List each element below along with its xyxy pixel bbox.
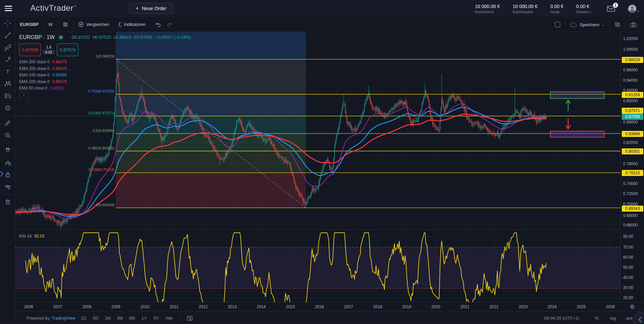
year-label: 2012 <box>199 302 208 312</box>
axis-settings[interactable]: ⚙ <box>620 302 644 311</box>
bottom-toolbar: Powered by TradingView 1D 5D 1M 3M 6M 1Y… <box>15 311 644 324</box>
range-alle[interactable]: Alle <box>163 315 175 322</box>
goto-date-button[interactable] <box>184 314 195 322</box>
range-1y[interactable]: 1Y <box>139 315 149 322</box>
price-tick: 0.66000 <box>623 223 638 227</box>
stat-gewinn[interactable]: 0.00 € Gewinn ▾ <box>576 4 591 14</box>
tradingview-link[interactable]: TradingView <box>52 316 76 321</box>
range-buttons: 1D 5D 1M 3M 6M 1Y 5Y Alle <box>78 312 195 324</box>
rsi-pane[interactable] <box>15 230 620 302</box>
year-label: 2008 <box>82 302 91 312</box>
stat-kontostand: 10 000.00 €Kontostand <box>475 4 500 14</box>
forecast-icon <box>4 93 11 99</box>
year-label: 2021 <box>461 302 470 312</box>
indicators-button[interactable]: fx Indikatoren <box>114 20 150 29</box>
year-label: 2009 <box>111 302 121 312</box>
ema-legend-row: EMA 100 close 00.86489 <box>19 73 191 77</box>
year-label: 2015 <box>286 302 295 312</box>
brush-tool[interactable] <box>0 53 15 66</box>
range-5d[interactable]: 5D <box>91 315 101 322</box>
calendar-arrow-icon <box>187 315 193 321</box>
smiley-icon <box>4 105 11 111</box>
redo-button[interactable] <box>166 20 177 29</box>
interval-button[interactable]: W <box>44 20 57 29</box>
svg-text:0.236(0.76113): 0.236(0.76113) <box>89 168 114 172</box>
camera-icon <box>630 22 637 28</box>
hide-all-tool[interactable] <box>0 181 15 193</box>
range-5y[interactable]: 5Y <box>151 315 161 322</box>
save-button[interactable]: Speichern ⌄ <box>565 20 609 29</box>
text-tool[interactable]: T <box>0 66 15 78</box>
percent-scale-button[interactable]: % <box>592 315 602 322</box>
level-price-label: 0.91259 <box>622 92 643 98</box>
year-label: 2011 <box>170 302 178 312</box>
pencil-lock-icon <box>4 159 11 166</box>
top-bar: ActivTrader™ + Neue Order 10 000.00 €Kon… <box>0 0 644 17</box>
down-arrow[interactable] <box>566 118 571 129</box>
rsi-tick: 30.00 <box>623 285 633 290</box>
chart-settings-button[interactable] <box>610 20 625 29</box>
chart-style-button[interactable] <box>58 20 73 29</box>
level-price-label: 0.80301 <box>622 148 643 154</box>
forecast-tool[interactable] <box>0 90 15 102</box>
level-price-label: 0.69343 <box>622 206 643 212</box>
undo-button[interactable] <box>150 20 166 29</box>
crosshair-tool[interactable] <box>0 17 15 29</box>
range-3m[interactable]: 3M <box>115 315 125 322</box>
app-logo: ActivTrader™ <box>30 3 77 13</box>
time-axis[interactable]: 2006200720082009201020112012201320142015… <box>15 302 620 311</box>
price-axis[interactable]: 1.020001.000000.960000.940000.920000.900… <box>620 32 644 302</box>
clock[interactable]: 08:04:29 (UTC+1) <box>544 316 579 321</box>
account-menu[interactable]: ▾ <box>628 5 639 13</box>
chevron-right-icon <box>0 171 4 177</box>
zoom-in-tool[interactable] <box>0 129 15 141</box>
new-order-button[interactable]: + Neue Order <box>129 3 173 14</box>
ohlc-values: O0.87022 H0.87533 L0.86818 C0.87059 −0.0… <box>72 35 191 40</box>
magnet-tool[interactable] <box>0 144 15 156</box>
year-label: 2007 <box>53 302 62 312</box>
pattern-tool[interactable] <box>0 78 15 90</box>
chart-legend: EURGBP · 1W O0.87022 H0.87533 L0.86818 C… <box>19 34 191 99</box>
long-target-zone[interactable] <box>550 92 604 99</box>
plus-icon: + <box>136 5 139 11</box>
level-price-label: 0.87071 <box>622 108 643 114</box>
compare-button[interactable]: Vergleichen <box>73 20 114 29</box>
menu-icon[interactable] <box>5 6 12 11</box>
collapse-legend-button[interactable]: ⌃ <box>19 93 29 99</box>
trend-line-tool[interactable] <box>0 29 15 41</box>
range-1m[interactable]: 1M <box>103 315 113 322</box>
svg-text:0.618(0.87071): 0.618(0.87071) <box>88 111 114 115</box>
rsi-tick: 60.00 <box>623 255 633 260</box>
measure-tool[interactable] <box>0 117 15 129</box>
year-label: 2020 <box>431 302 440 312</box>
remove-drawings-tool[interactable] <box>0 196 15 208</box>
year-label: 2023 <box>518 302 528 312</box>
ema-legend-row: EMA 200 close 00.86475 <box>19 79 191 84</box>
snapshot-button[interactable] <box>625 20 641 29</box>
drawing-toolbar: T <box>0 17 15 324</box>
market-status-dot[interactable] <box>58 35 64 40</box>
drawing-mode-tool[interactable] <box>0 156 15 169</box>
sell-button[interactable]: 0.87059 <box>19 43 41 56</box>
fib-tool[interactable] <box>0 41 15 53</box>
magnet-icon <box>4 147 11 154</box>
show-panel-chevron[interactable] <box>0 171 4 177</box>
mail-button[interactable]: 1 <box>607 5 615 12</box>
fib-lines-icon <box>4 44 11 51</box>
log-scale-button[interactable]: log <box>608 315 618 322</box>
symbol-button[interactable]: EURGBP <box>15 20 43 29</box>
crosshair-icon <box>4 20 11 27</box>
multichart-layout-button[interactable] <box>550 20 565 29</box>
range-6m[interactable]: 6M <box>127 315 137 322</box>
emoji-tool[interactable] <box>0 102 15 114</box>
short-target-zone[interactable] <box>550 131 604 137</box>
ruler-icon <box>4 120 11 127</box>
buy-button[interactable]: 0.87074 <box>57 43 78 56</box>
svg-text:T: T <box>6 69 9 74</box>
year-label: 2014 <box>257 302 266 312</box>
range-1d[interactable]: 1D <box>78 315 89 322</box>
year-label: 2010 <box>140 302 149 312</box>
legend-symbol: EURGBP · 1W <box>19 34 55 40</box>
up-arrow[interactable] <box>566 100 571 111</box>
gear-icon <box>614 22 620 28</box>
